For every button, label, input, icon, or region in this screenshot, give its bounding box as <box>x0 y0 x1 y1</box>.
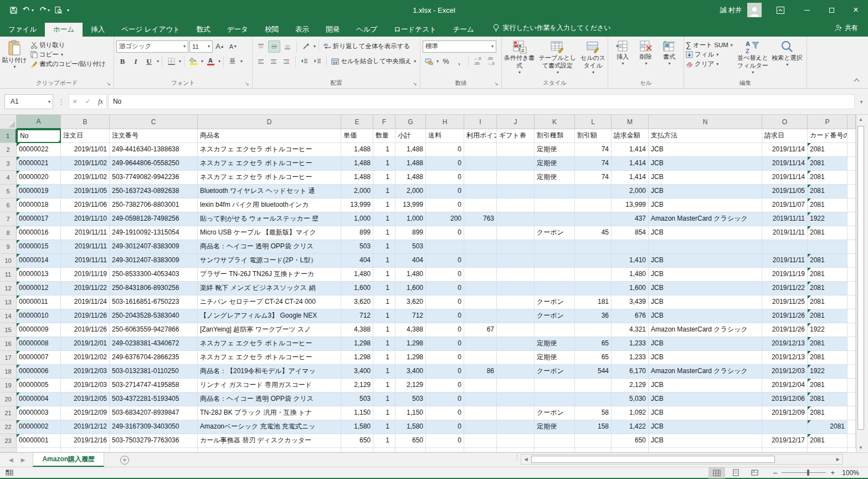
cell-P9[interactable] <box>808 240 848 254</box>
cell-K21[interactable]: クーポン <box>535 406 575 420</box>
cell-N12[interactable]: JCB <box>649 282 762 295</box>
merge-dropdown-icon[interactable]: ▾ <box>414 59 416 64</box>
cell-C10[interactable]: 249-3012407-8383009 <box>110 254 198 268</box>
cell-D7[interactable]: 貼って剥がせる ウォールステッカー 壁 <box>198 212 341 226</box>
clear-dropdown-icon[interactable]: ▾ <box>716 62 718 67</box>
cell-C9[interactable]: 249-3012407-8383009 <box>110 240 198 254</box>
delete-dropdown-icon[interactable]: ▾ <box>645 61 647 67</box>
align-center-icon[interactable] <box>268 55 279 68</box>
vertical-scroll-thumb[interactable] <box>857 126 864 430</box>
paste-button[interactable]: 貼り付け ▾ <box>0 39 29 70</box>
cell-C1[interactable]: 注文番号 <box>110 129 198 143</box>
orientation-button[interactable] <box>300 40 312 53</box>
formula-input[interactable]: No <box>108 94 855 109</box>
cell-I7[interactable]: 763 <box>464 212 497 226</box>
orientation-dropdown-icon[interactable]: ▾ <box>314 44 316 49</box>
cell-G17[interactable]: 1,298 <box>396 351 426 365</box>
font-name-dropdown-icon[interactable]: ▾ <box>183 44 186 49</box>
increase-font-size-button[interactable]: A▲ <box>214 40 226 53</box>
formula-bar-expand-icon[interactable]: ▾ <box>855 99 868 105</box>
cell-partial-15[interactable] <box>848 323 856 337</box>
name-box[interactable]: A1 ▾ <box>4 94 53 109</box>
cell-E14[interactable]: 712 <box>341 309 373 323</box>
ribbon-tab-ページ レイアウト[interactable]: ページ レイアウト <box>113 23 188 37</box>
sheet-tab-active[interactable]: Amazon購入履歴 <box>33 453 104 467</box>
cell-N21[interactable]: JCB <box>649 406 762 420</box>
cell-I11[interactable] <box>464 268 497 282</box>
cell-G3[interactable]: 1,488 <box>396 157 426 171</box>
cell-E13[interactable]: 3,620 <box>341 295 373 309</box>
cell-A14[interactable]: 00000010 <box>17 309 61 323</box>
cell-N5[interactable]: JCB <box>649 185 762 198</box>
tell-me-box[interactable]: 実行したい作業を入力してください <box>492 23 611 37</box>
cell-F19[interactable]: 1 <box>373 379 396 393</box>
cell-H23[interactable]: 0 <box>426 434 464 448</box>
cell-F4[interactable]: 1 <box>373 171 396 185</box>
cell-D21[interactable]: TN-28J BK ブラック 汎用・互換 トナ <box>198 406 341 420</box>
number-format-dropdown-icon[interactable]: ▾ <box>491 44 494 49</box>
cell-I4[interactable] <box>464 171 497 185</box>
cell-F15[interactable]: 1 <box>373 323 396 337</box>
cell-F23[interactable]: 1 <box>373 434 396 448</box>
cell-F12[interactable]: 1 <box>373 282 396 295</box>
cell-K6[interactable] <box>535 198 575 212</box>
fill-dropdown-icon[interactable]: ▾ <box>716 52 718 57</box>
column-header-E[interactable]: E <box>341 115 373 129</box>
cell-K2[interactable]: 定期便 <box>535 143 575 157</box>
cell-I22[interactable] <box>464 420 497 434</box>
undo-dropdown-icon[interactable]: ▾ <box>32 8 34 13</box>
cell-partial-7[interactable] <box>848 212 856 226</box>
autosum-dropdown-icon[interactable]: ▾ <box>731 43 733 48</box>
user-avatar[interactable] <box>747 3 762 17</box>
cell-K19[interactable] <box>535 379 575 393</box>
format-painter-button[interactable]: 書式のコピー/貼り付け <box>29 59 107 69</box>
cell-D19[interactable]: リンナイ ガスコード 専用ガスコード <box>198 379 341 393</box>
cell-G23[interactable]: 650 <box>396 434 426 448</box>
cell-K17[interactable]: 定期便 <box>535 351 575 365</box>
cell-H15[interactable]: 0 <box>426 323 464 337</box>
cell-G7[interactable]: 1,000 <box>396 212 426 226</box>
cell-A20[interactable]: 00000004 <box>17 393 61 406</box>
decrease-decimal-button[interactable]: .00→.0 <box>485 55 497 68</box>
cell-B24[interactable] <box>61 448 110 452</box>
cell-L21[interactable]: 58 <box>575 406 612 420</box>
cell-H8[interactable]: 0 <box>426 226 464 240</box>
cell-B10[interactable]: 2019/11/11 <box>61 254 110 268</box>
cell-I19[interactable] <box>464 379 497 393</box>
formula-bar-drag-handle[interactable]: ⋮ <box>58 98 64 106</box>
cell-A10[interactable]: 00000014 <box>17 254 61 268</box>
cancel-entry-icon[interactable]: × <box>73 97 77 106</box>
ribbon-tab-データ[interactable]: データ <box>219 23 256 37</box>
cell-A22[interactable]: 00000002 <box>17 420 61 434</box>
scroll-left-icon[interactable]: ◀ <box>521 455 531 464</box>
row-header-17[interactable]: 17 <box>0 351 17 365</box>
cell-M9[interactable] <box>612 240 649 254</box>
cell-N23[interactable]: JCB <box>649 434 762 448</box>
cell-J24[interactable] <box>497 448 535 452</box>
cell-M4[interactable]: 1,414 <box>612 171 649 185</box>
sheet-nav-right-icon[interactable]: ▶ <box>21 457 25 463</box>
phonetic-guide-button[interactable]: 亜 <box>227 55 239 68</box>
cell-D12[interactable]: 楽絆 靴下 メンズ ビジネスソックス 絹 <box>198 282 341 295</box>
cell-partial-14[interactable] <box>848 309 856 323</box>
cell-N1[interactable]: 支払方法 <box>649 129 762 143</box>
cell-G24[interactable] <box>396 448 426 452</box>
cell-C12[interactable]: 250-8431806-8930256 <box>110 282 198 295</box>
cell-O18[interactable]: 2019/12/03 <box>762 365 808 379</box>
cell-A23[interactable]: 00000001 <box>17 434 61 448</box>
cell-I6[interactable] <box>464 198 497 212</box>
cell-B11[interactable]: 2019/11/19 <box>61 268 110 282</box>
cell-B1[interactable]: 注文日 <box>61 129 110 143</box>
cell-B3[interactable]: 2019/11/02 <box>61 157 110 171</box>
cell-L3[interactable]: 74 <box>575 157 612 171</box>
cell-D4[interactable]: ネスカフェ エクセラ ボトルコーヒー <box>198 171 341 185</box>
cell-partial-22[interactable] <box>848 420 856 434</box>
cell-I14[interactable] <box>464 309 497 323</box>
cell-O23[interactable]: 2019/12/17 <box>762 434 808 448</box>
cell-B13[interactable]: 2019/11/24 <box>61 295 110 309</box>
redo-dropdown-icon[interactable]: ▾ <box>48 8 50 13</box>
cell-M10[interactable]: 1,410 <box>612 254 649 268</box>
cell-P14[interactable]: 2081 <box>808 309 848 323</box>
cell-A11[interactable]: 00000013 <box>17 268 61 282</box>
cell-P17[interactable]: 2081 <box>808 351 848 365</box>
